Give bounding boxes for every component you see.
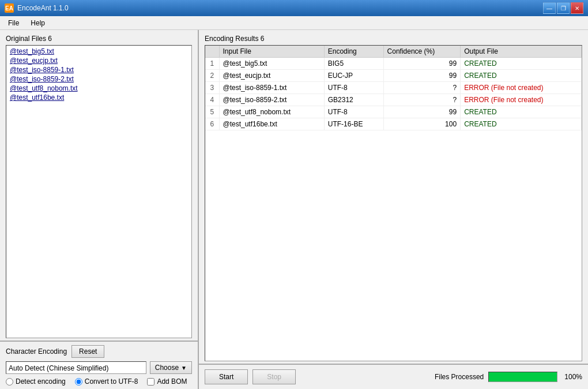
row-confidence: ? bbox=[383, 94, 461, 106]
original-files-header: Original Files 6 bbox=[0, 30, 198, 45]
row-encoding: BIG5 bbox=[324, 58, 383, 70]
convert-utf8-radio-label[interactable]: Convert to UTF-8 bbox=[75, 377, 138, 386]
row-confidence: 99 bbox=[383, 58, 461, 70]
list-item[interactable]: @test_utf16be.txt bbox=[7, 93, 190, 102]
right-panel: Encoding Results 6 Input File Encoding C… bbox=[199, 30, 588, 389]
results-table-container: Input File Encoding Confidence (%) Outpu… bbox=[205, 45, 582, 361]
minimize-button[interactable]: — bbox=[543, 2, 556, 14]
encoding-display: Auto Detect (Chinese Simplified) bbox=[6, 361, 146, 374]
row-input-file: @test_iso-8859-2.txt bbox=[219, 94, 324, 106]
menu-bar: File Help bbox=[0, 16, 588, 30]
convert-utf8-text: Convert to UTF-8 bbox=[85, 377, 138, 386]
choose-label: Choose bbox=[155, 364, 179, 372]
menu-file[interactable]: File bbox=[2, 18, 25, 28]
row-encoding: UTF-8 bbox=[324, 106, 383, 118]
choose-button[interactable]: Choose ▼ bbox=[150, 361, 192, 374]
files-processed-label: Files Processed bbox=[435, 373, 484, 381]
detect-encoding-radio-label[interactable]: Detect encoding bbox=[6, 377, 66, 386]
table-header: Input File Encoding Confidence (%) Outpu… bbox=[205, 46, 582, 58]
row-num: 4 bbox=[205, 94, 219, 106]
col-num bbox=[205, 46, 219, 58]
reset-button[interactable]: Reset bbox=[71, 345, 104, 358]
left-panel: Original Files 6 @test_big5.txt@test_euc… bbox=[0, 30, 199, 389]
col-output-file: Output File bbox=[461, 46, 582, 58]
detect-encoding-radio[interactable] bbox=[6, 378, 13, 386]
char-encoding-row: Character Encoding Reset bbox=[6, 345, 192, 358]
restore-button[interactable]: ❐ bbox=[557, 2, 570, 14]
add-bom-text: Add BOM bbox=[157, 377, 187, 386]
detect-encoding-text: Detect encoding bbox=[16, 377, 66, 386]
col-encoding: Encoding bbox=[324, 46, 383, 58]
list-item[interactable]: @test_iso-8859-2.txt bbox=[7, 74, 190, 84]
convert-utf8-radio[interactable] bbox=[75, 378, 82, 386]
title-bar-left: EA EncodeAnt 1.1.0 bbox=[5, 3, 69, 13]
start-button[interactable]: Start bbox=[205, 369, 248, 384]
table-row[interactable]: 5@test_utf8_nobom.txtUTF-899CREATED bbox=[205, 106, 582, 118]
row-output: CREATED bbox=[461, 70, 582, 82]
row-output: CREATED bbox=[461, 118, 582, 130]
action-bar: Start Stop Files Processed 100% bbox=[199, 364, 588, 389]
close-button[interactable]: ✕ bbox=[571, 2, 583, 14]
app-icon: EA bbox=[5, 3, 14, 13]
progress-bar bbox=[489, 372, 557, 381]
bottom-controls: Character Encoding Reset Auto Detect (Ch… bbox=[0, 341, 198, 389]
table-row[interactable]: 1@test_big5.txtBIG599CREATED bbox=[205, 58, 582, 70]
results-table: Input File Encoding Confidence (%) Outpu… bbox=[205, 46, 582, 130]
row-encoding: GB2312 bbox=[324, 94, 383, 106]
row-output: ERROR (File not created) bbox=[461, 94, 582, 106]
row-output: CREATED bbox=[461, 58, 582, 70]
dropdown-arrow-icon: ▼ bbox=[181, 365, 187, 371]
table-row[interactable]: 4@test_iso-8859-2.txtGB2312?ERROR (File … bbox=[205, 94, 582, 106]
char-encoding-label: Character Encoding bbox=[6, 347, 67, 356]
title-bar: EA EncodeAnt 1.1.0 — ❐ ✕ bbox=[0, 0, 588, 16]
row-encoding: UTF-8 bbox=[324, 82, 383, 94]
row-input-file: @test_big5.txt bbox=[219, 58, 324, 70]
col-input-file: Input File bbox=[219, 46, 324, 58]
list-item[interactable]: @test_utf8_nobom.txt bbox=[7, 84, 190, 93]
row-input-file: @test_utf16be.txt bbox=[219, 118, 324, 130]
main-content: Original Files 6 @test_big5.txt@test_euc… bbox=[0, 30, 588, 389]
row-encoding: EUC-JP bbox=[324, 70, 383, 82]
add-bom-checkbox-label[interactable]: Add BOM bbox=[147, 377, 187, 386]
table-row[interactable]: 2@test_eucjp.txtEUC-JP99CREATED bbox=[205, 70, 582, 82]
table-row[interactable]: 6@test_utf16be.txtUTF-16-BE100CREATED bbox=[205, 118, 582, 130]
row-confidence: 99 bbox=[383, 106, 461, 118]
list-item[interactable]: @test_big5.txt bbox=[7, 47, 190, 56]
list-item[interactable]: @test_eucjp.txt bbox=[7, 56, 190, 65]
row-output: CREATED bbox=[461, 106, 582, 118]
row-encoding: UTF-16-BE bbox=[324, 118, 383, 130]
row-input-file: @test_eucjp.txt bbox=[219, 70, 324, 82]
table-body: 1@test_big5.txtBIG599CREATED2@test_eucjp… bbox=[205, 58, 582, 130]
title-bar-controls: — ❐ ✕ bbox=[543, 2, 583, 14]
progress-text: 100% bbox=[564, 373, 582, 381]
file-list[interactable]: @test_big5.txt@test_eucjp.txt@test_iso-8… bbox=[6, 45, 192, 338]
radio-row: Detect encoding Convert to UTF-8 Add BOM bbox=[6, 377, 192, 386]
row-input-file: @test_utf8_nobom.txt bbox=[219, 106, 324, 118]
row-num: 5 bbox=[205, 106, 219, 118]
menu-help[interactable]: Help bbox=[25, 18, 51, 28]
progress-bar-container bbox=[488, 372, 557, 382]
encoding-results-header: Encoding Results 6 bbox=[199, 30, 588, 45]
col-confidence: Confidence (%) bbox=[383, 46, 461, 58]
window-title: EncodeAnt 1.1.0 bbox=[17, 4, 69, 12]
encoding-select-row: Auto Detect (Chinese Simplified) Choose … bbox=[6, 361, 192, 374]
row-num: 3 bbox=[205, 82, 219, 94]
row-confidence: 100 bbox=[383, 118, 461, 130]
row-output: ERROR (File not created) bbox=[461, 82, 582, 94]
row-num: 6 bbox=[205, 118, 219, 130]
list-item[interactable]: @test_iso-8859-1.txt bbox=[7, 65, 190, 74]
row-num: 2 bbox=[205, 70, 219, 82]
add-bom-checkbox[interactable] bbox=[147, 378, 154, 386]
row-confidence: 99 bbox=[383, 70, 461, 82]
row-confidence: ? bbox=[383, 82, 461, 94]
row-input-file: @test_iso-8859-1.txt bbox=[219, 82, 324, 94]
table-row[interactable]: 3@test_iso-8859-1.txtUTF-8?ERROR (File n… bbox=[205, 82, 582, 94]
row-num: 1 bbox=[205, 58, 219, 70]
stop-button[interactable]: Stop bbox=[252, 369, 296, 384]
